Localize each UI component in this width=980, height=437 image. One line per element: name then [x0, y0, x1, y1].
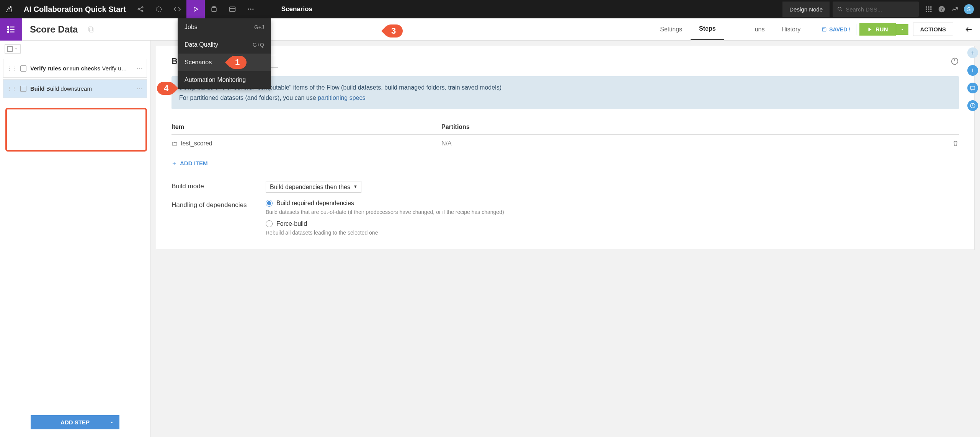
- step-item-build[interactable]: ⋮⋮ Build Build downstream ⋯: [3, 79, 147, 98]
- add-item-button[interactable]: ADD ITEM: [172, 152, 208, 174]
- step-more-icon[interactable]: ⋯: [137, 85, 143, 92]
- global-search[interactable]: [833, 2, 919, 17]
- svg-rect-13: [930, 7, 931, 8]
- code-icon[interactable]: [168, 0, 186, 18]
- more-icon[interactable]: [242, 0, 260, 18]
- rail-chat-button[interactable]: [967, 83, 978, 93]
- project-title[interactable]: AI Collaboration Quick Start: [18, 5, 131, 14]
- dropdown-item-automation-monitoring[interactable]: Automation Monitoring: [178, 71, 271, 89]
- item-partitions: N/A: [441, 140, 952, 147]
- svg-point-22: [8, 26, 9, 27]
- svg-rect-17: [926, 11, 927, 12]
- chevron-down-icon: [14, 47, 18, 51]
- svg-rect-15: [928, 8, 929, 10]
- run-play-icon[interactable]: [186, 0, 205, 18]
- top-menu-label[interactable]: Scenarios: [275, 5, 318, 13]
- radio-help: Build datasets that are out-of-date (if …: [266, 209, 504, 215]
- activity-icon[interactable]: [951, 5, 959, 13]
- actions-button[interactable]: ACTIONS: [913, 23, 954, 36]
- tab-steps[interactable]: Steps: [691, 18, 724, 40]
- svg-rect-12: [928, 7, 929, 8]
- drag-handle-icon[interactable]: ⋮⋮: [7, 86, 16, 91]
- dropdown-shortcut: G+Q: [253, 42, 264, 48]
- build-mode-label: Build mode: [172, 181, 266, 190]
- svg-point-9: [252, 8, 253, 10]
- svg-point-10: [838, 7, 841, 10]
- svg-point-0: [10, 7, 12, 8]
- partitioning-specs-link[interactable]: partitioning specs: [318, 95, 366, 101]
- step-checkbox[interactable]: [20, 86, 26, 92]
- version-icon[interactable]: [205, 0, 223, 18]
- svg-rect-27: [823, 28, 826, 31]
- svg-point-3: [142, 10, 143, 11]
- back-arrow[interactable]: [958, 25, 980, 34]
- list-toggle-button[interactable]: [0, 18, 22, 41]
- svg-point-4: [156, 7, 161, 11]
- copy-icon[interactable]: [88, 26, 95, 33]
- select-all-checkbox[interactable]: [5, 44, 21, 54]
- delete-item-button[interactable]: [952, 140, 959, 147]
- share-icon[interactable]: [131, 0, 150, 18]
- rail-clock-button[interactable]: [967, 100, 978, 111]
- rail-info-button[interactable]: i: [967, 65, 978, 76]
- radio-build-required[interactable]: Build required dependencies: [266, 200, 504, 207]
- save-icon: [822, 27, 827, 32]
- tab-history[interactable]: History: [773, 18, 809, 40]
- steps-panel: ⋮⋮ Verify rules or run checks Verify u… …: [0, 41, 150, 437]
- top-bar: AI Collaboration Quick Start Scenarios D…: [0, 0, 980, 18]
- flow-icon[interactable]: [150, 0, 168, 18]
- callout-1: 1: [228, 56, 247, 69]
- step-more-icon[interactable]: ⋯: [137, 65, 143, 72]
- dropdown-item-data-quality[interactable]: Data Quality G+Q: [178, 36, 271, 54]
- dropdown-label: Scenarios: [185, 59, 212, 66]
- radio-input[interactable]: [266, 200, 273, 207]
- play-icon: [867, 27, 872, 32]
- search-icon: [837, 6, 843, 12]
- callout-3: 3: [384, 24, 403, 38]
- step-list: ⋮⋮ Verify rules or run checks Verify u… …: [0, 57, 150, 411]
- user-avatar[interactable]: S: [964, 4, 974, 14]
- dropdown-label: Automation Monitoring: [185, 77, 246, 83]
- tab-runs[interactable]: uns: [724, 18, 773, 40]
- step-checkbox[interactable]: [20, 65, 26, 72]
- design-node-button[interactable]: Design Node: [782, 2, 830, 17]
- add-step-button[interactable]: ADD STEP: [31, 415, 119, 429]
- help-icon[interactable]: ?: [938, 5, 946, 13]
- run-dropdown-button[interactable]: [896, 24, 908, 35]
- step-item-verify[interactable]: ⋮⋮ Verify rules or run checks Verify u… …: [3, 59, 147, 78]
- build-mode-select[interactable]: Build dependencies then these ite: [266, 181, 361, 193]
- app-logo[interactable]: [0, 0, 18, 18]
- items-table: Item Partitions test_scored N/A: [172, 120, 959, 152]
- step-label: Verify rules or run checks Verify u…: [30, 65, 133, 72]
- run-label: RUN: [875, 26, 888, 33]
- power-icon[interactable]: [951, 57, 959, 65]
- chevron-down-icon: [900, 27, 905, 32]
- run-button[interactable]: RUN: [859, 23, 896, 36]
- drag-handle-icon[interactable]: ⋮⋮: [7, 66, 16, 71]
- svg-rect-5: [212, 8, 216, 11]
- dropdown-shortcut: G+J: [254, 24, 264, 30]
- add-step-label: ADD STEP: [60, 419, 90, 426]
- chevron-up-icon: [109, 420, 114, 425]
- callout-4: 4: [157, 82, 175, 95]
- radio-force-build[interactable]: Force-build: [266, 220, 504, 227]
- info-line2: For partitioned datasets (and folders), …: [179, 93, 951, 103]
- search-input[interactable]: [846, 6, 914, 13]
- svg-rect-25: [90, 28, 93, 32]
- dashboard-icon[interactable]: [223, 0, 242, 18]
- add-item-label: ADD ITEM: [180, 160, 208, 166]
- folder-icon: [172, 140, 178, 147]
- radio-label: Build required dependencies: [276, 200, 354, 207]
- svg-rect-19: [930, 11, 931, 12]
- svg-rect-11: [926, 7, 927, 8]
- saved-button[interactable]: SAVED !: [816, 24, 856, 35]
- table-row: test_scored N/A: [172, 135, 959, 152]
- saved-label: SAVED !: [829, 26, 851, 33]
- tab-settings[interactable]: Settings: [652, 18, 691, 40]
- apps-icon[interactable]: [925, 5, 933, 13]
- dropdown-label: Data Quality: [185, 41, 218, 48]
- radio-input[interactable]: [266, 220, 273, 227]
- rail-add-button[interactable]: ＋: [967, 47, 978, 58]
- dropdown-item-jobs[interactable]: Jobs G+J: [178, 18, 271, 36]
- svg-point-7: [248, 8, 249, 10]
